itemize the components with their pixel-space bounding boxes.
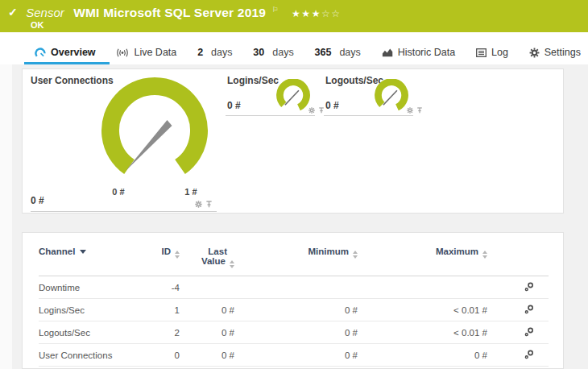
channel-minimum: 0 #: [234, 321, 358, 344]
gauge-corner-icons[interactable]: [308, 107, 325, 114]
channel-minimum: 0 #: [234, 344, 358, 367]
table-row: User Connections 0 0 # 0 # 0 #: [39, 344, 549, 367]
user-connections-gauge: [94, 74, 215, 195]
gauge-icon: [35, 48, 46, 58]
channel-maximum: < 0.01 #: [358, 321, 487, 344]
channel-id: 2: [130, 321, 180, 344]
status-ok-check-icon: ✓: [8, 6, 18, 19]
object-kind-label: Sensor: [26, 6, 64, 19]
column-header-last-value[interactable]: LastValue: [180, 233, 234, 276]
channel-minimum: 0 #: [234, 299, 358, 321]
tab-unit: days: [211, 47, 232, 58]
channel-id: -4: [130, 276, 180, 299]
priority-stars[interactable]: ★★★☆☆: [292, 8, 341, 19]
column-header-edit: [487, 233, 549, 276]
tab-number: 2: [197, 47, 203, 58]
tab-historic-data[interactable]: Historic Data: [379, 47, 458, 64]
logouts-gauge: [373, 79, 410, 116]
channel-settings-icon[interactable]: [524, 305, 534, 314]
flag-icon[interactable]: ⚐: [272, 6, 279, 14]
tab-bar: Overview Live Data 2days 30days 365days …: [0, 32, 588, 64]
tab-label: Live Data: [134, 47, 176, 58]
channel-maximum: 0 #: [358, 344, 487, 367]
channel-name: Downtime: [39, 276, 130, 299]
sort-icon: [482, 251, 487, 259]
channel-settings-icon[interactable]: [524, 327, 534, 337]
table-row: Logins/Sec 1 0 # 0 # < 0.01 #: [39, 299, 549, 321]
channel-settings-icon[interactable]: [524, 350, 534, 359]
gauge-settings-gear-icon[interactable]: [407, 107, 413, 114]
gauge-underline: [324, 115, 413, 116]
gauge-underline: [226, 115, 315, 116]
channel-last-value: [180, 276, 234, 299]
sensor-header: ✓ Sensor WMI Microsoft SQL Server 2019 ⚐…: [0, 0, 588, 32]
tab-label: Log: [491, 47, 508, 58]
user-connections-value: 0 #: [31, 195, 44, 206]
tab-number: 365: [315, 47, 332, 58]
tab-log[interactable]: Log: [474, 47, 511, 64]
sort-desc-icon: [80, 250, 86, 254]
gauge-scale-max: 1 #: [175, 187, 207, 197]
tab-label: Settings: [545, 47, 581, 58]
sort-icon: [353, 251, 358, 259]
tab-2-days[interactable]: 2days: [195, 47, 234, 64]
logins-value: 0 #: [227, 100, 241, 111]
tab-label: Historic Data: [398, 47, 456, 58]
sensor-title: WMI Microsoft SQL Server 2019: [73, 6, 266, 19]
gear-icon: [529, 48, 540, 58]
tab-30-days[interactable]: 30days: [251, 47, 296, 64]
gauge-corner-icons[interactable]: [195, 201, 213, 208]
column-header-minimum[interactable]: Minimum: [234, 233, 358, 276]
channels-panel: Channel ID LastValue Minimum Maximum Dow…: [22, 232, 564, 369]
tab-number: 30: [253, 47, 264, 58]
channel-minimum: [234, 276, 358, 299]
channels-table: Channel ID LastValue Minimum Maximum Dow…: [39, 233, 549, 367]
log-icon: [476, 48, 487, 57]
gauge-settings-gear-icon[interactable]: [195, 201, 202, 208]
status-badge: OK: [31, 20, 44, 30]
tab-365-days[interactable]: 365days: [313, 47, 363, 64]
logins-gauge: [275, 79, 312, 116]
channel-last-value: 0 #: [180, 321, 234, 344]
channel-maximum: [358, 276, 487, 299]
column-header-maximum[interactable]: Maximum: [358, 233, 487, 276]
stars-empty[interactable]: ☆☆: [321, 8, 342, 19]
tab-unit: days: [339, 47, 360, 58]
table-row: Downtime -4: [39, 276, 549, 299]
prtg-sensor-page: ✓ Sensor WMI Microsoft SQL Server 2019 ⚐…: [0, 0, 588, 369]
channel-name: Logouts/Sec: [39, 321, 130, 344]
stars-filled[interactable]: ★★★: [292, 8, 321, 19]
gauge-pin-icon[interactable]: [205, 201, 213, 208]
channel-name: User Connections: [39, 344, 130, 367]
channel-name: Logins/Sec: [39, 299, 130, 321]
channel-last-value: 0 #: [180, 299, 234, 321]
historic-chart-icon: [382, 48, 393, 57]
gauge-pin-icon[interactable]: [318, 107, 325, 114]
tab-overview[interactable]: Overview: [32, 47, 98, 64]
tab-live-data[interactable]: Live Data: [114, 47, 179, 64]
channel-maximum: < 0.01 #: [358, 299, 487, 321]
channel-last-value: 0 #: [180, 344, 234, 367]
page-left-margin: [0, 64, 12, 369]
logouts-value: 0 #: [325, 100, 339, 111]
gauges-panel: User Connections 0 # 1 # 0 # Logins/Sec …: [22, 68, 564, 214]
tab-label: Overview: [51, 47, 96, 58]
gauge-settings-gear-icon[interactable]: [308, 107, 315, 114]
gauge-title-logins: Logins/Sec: [227, 75, 279, 86]
sort-icon: [230, 260, 234, 268]
channel-id: 0: [130, 344, 180, 367]
gauge-underline: [31, 211, 217, 212]
table-row: Logouts/Sec 2 0 # 0 # < 0.01 #: [39, 321, 549, 344]
column-header-channel[interactable]: Channel: [39, 233, 130, 276]
gauge-corner-icons[interactable]: [407, 107, 423, 114]
live-data-icon: [116, 48, 129, 57]
tab-unit: days: [272, 47, 293, 58]
gauge-pin-icon[interactable]: [416, 107, 423, 114]
tab-settings[interactable]: Settings: [527, 47, 583, 64]
column-header-id[interactable]: ID: [130, 233, 180, 276]
gauge-scale-min: 0 #: [102, 187, 135, 197]
sort-icon: [175, 251, 180, 259]
channel-id: 1: [130, 299, 180, 321]
channel-settings-icon[interactable]: [524, 282, 534, 292]
